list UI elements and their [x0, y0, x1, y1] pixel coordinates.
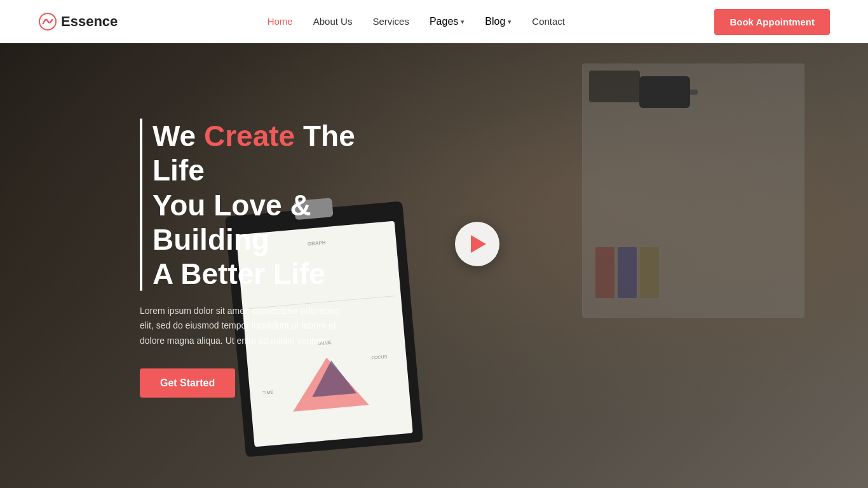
nav-item-contact[interactable]: Contact	[532, 16, 565, 27]
projector-decoration	[639, 76, 690, 108]
hero-title-line3: A Better Life	[153, 257, 325, 290]
nav-item-services[interactable]: Services	[372, 16, 409, 27]
hero-title-line2: You Love & Building	[153, 188, 311, 255]
hero-title-highlight: Create	[204, 119, 295, 152]
nav-link-pages[interactable]: Pages ▾	[430, 16, 465, 27]
get-started-button[interactable]: Get Started	[140, 368, 235, 397]
nav-links: Home About Us Services Pages ▾ Blog ▾ Co…	[268, 16, 565, 27]
navbar: Essence Home About Us Services Pages ▾ B…	[0, 0, 868, 43]
brand-name: Essence	[61, 13, 118, 30]
hero-title-wrapper: We Create The Life You Love & Building A…	[140, 119, 407, 291]
nav-link-services[interactable]: Services	[372, 16, 409, 27]
hero-title: We Create The Life You Love & Building A…	[153, 119, 407, 291]
logo[interactable]: Essence	[38, 12, 118, 31]
nav-item-pages[interactable]: Pages ▾	[430, 16, 465, 27]
hero-title-prefix: We	[153, 119, 204, 152]
nav-link-contact[interactable]: Contact	[532, 16, 565, 27]
logo-icon	[38, 12, 57, 31]
blog-chevron-icon: ▾	[508, 18, 512, 26]
play-button[interactable]	[455, 222, 499, 266]
nav-link-home[interactable]: Home	[268, 16, 293, 27]
hero-content: We Create The Life You Love & Building A…	[140, 119, 407, 398]
play-icon	[471, 235, 486, 253]
hero-overlay	[0, 0, 868, 488]
book-appointment-button[interactable]: Book Appointment	[714, 9, 830, 35]
nav-item-home[interactable]: Home	[268, 16, 293, 27]
hero-section: GRAPH FOCUS TIME VALUE We Create The Lif…	[0, 0, 868, 488]
nav-link-about[interactable]: About Us	[313, 16, 353, 27]
hero-subtitle: Lorem ipsum dolor sit amet, consectetur …	[140, 304, 356, 348]
pages-chevron-icon: ▾	[461, 18, 465, 26]
nav-item-about[interactable]: About Us	[313, 16, 353, 27]
nav-item-blog[interactable]: Blog ▾	[485, 16, 512, 27]
nav-link-blog[interactable]: Blog ▾	[485, 16, 512, 27]
